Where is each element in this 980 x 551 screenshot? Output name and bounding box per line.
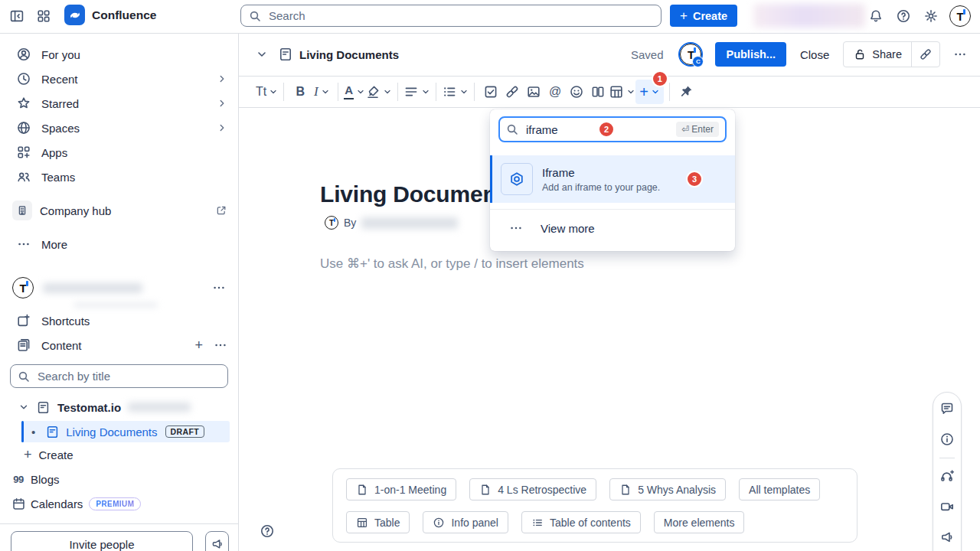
sidebar-item-apps[interactable]: Apps [0,140,238,165]
sidebar-item-company-hub[interactable]: Company hub [0,198,238,223]
emoji-button[interactable] [566,80,587,104]
text-styles-button[interactable]: Tt [256,80,278,104]
template-1on1-button[interactable]: 1-on-1 Meeting [346,478,456,500]
sidebar-item-shortcuts[interactable]: Shortcuts [0,308,238,333]
template-row: Table Info panel Table of contents More … [346,511,844,533]
copy-link-button[interactable] [912,42,939,67]
notifications-button[interactable] [867,7,885,25]
star-icon [15,96,32,111]
template-suggestions: 1-on-1 Meeting 4 Ls Retrospective 5 Whys… [332,468,858,543]
sidebar-item-calendars[interactable]: Calendars PREMIUM [0,491,238,516]
space-header[interactable]: T [0,276,238,300]
content-search-input[interactable] [36,369,220,383]
content-search[interactable] [10,364,228,388]
space-more-button[interactable] [212,281,226,295]
task-button[interactable] [480,80,501,104]
content-more-button[interactable] [214,338,227,352]
confluence-app: Confluence + Create T For you [0,0,980,551]
audio-button[interactable] [939,468,955,484]
divider [338,83,338,101]
global-search-input[interactable] [267,8,653,23]
close-button[interactable]: Close [800,48,829,61]
add-content-button[interactable]: + [194,338,203,352]
video-button[interactable] [939,499,955,514]
author-avatar[interactable]: T [325,216,338,230]
result-title: Iframe [542,166,660,179]
highlight-button[interactable] [365,80,392,104]
enter-key-hint: ⏎ Enter [676,122,719,137]
columns-icon [590,84,606,99]
create-button[interactable]: + Create [670,5,737,27]
comment-icon [939,401,955,416]
sidebar-item-label: Apps [41,146,67,159]
mention-button[interactable]: @ [544,80,566,104]
help-button[interactable] [894,7,913,25]
details-button[interactable] [939,432,955,447]
page-title[interactable]: Living Documents [320,181,517,207]
building-icon [12,201,32,220]
invite-people-button[interactable]: Invite people [11,531,193,551]
publish-button[interactable]: Publish... [715,42,786,67]
tree-item-testomat[interactable]: Testomat.io [0,395,238,419]
feedback-button[interactable] [939,530,955,545]
more-elements-button[interactable]: More elements [654,511,745,533]
italic-button[interactable]: I [311,80,332,104]
sidebar-item-recent[interactable]: Recent [0,67,238,91]
all-templates-button[interactable]: All templates [739,478,820,500]
comments-button[interactable] [939,401,955,416]
editor-placeholder[interactable]: Use ⌘+' to ask AI, or type / to insert e… [320,256,584,272]
insert-info-panel-button[interactable]: Info panel [423,511,508,533]
insert-element-button[interactable]: + 1 [635,80,664,104]
announce-button[interactable] [205,531,229,551]
divider [939,458,955,458]
list-button[interactable] [442,80,469,104]
redacted-space-subtitle [74,302,158,308]
settings-button[interactable] [922,7,940,25]
bold-button[interactable]: B [289,80,311,104]
editor-help-button[interactable] [260,523,275,539]
sidebar-item-more[interactable]: More [0,232,238,256]
text-color-button[interactable]: A [344,80,365,104]
element-search[interactable]: ⏎ Enter 2 [498,116,727,142]
sidebar-item-content[interactable]: Content + [0,333,238,357]
share-group: Share [843,41,940,67]
template-5whys-button[interactable]: 5 Whys Analysis [609,478,726,500]
view-more-item[interactable]: View more [490,211,735,245]
sidebar-create-page[interactable]: + Create [0,442,238,467]
insert-table-button[interactable]: Table [346,511,410,533]
list-icon [531,517,544,529]
plus-icon: + [639,84,648,99]
info-circle-icon [939,432,955,447]
link-button[interactable] [501,80,523,104]
divider [490,209,735,210]
sidebar-item-starred[interactable]: Starred [0,91,238,116]
profile-avatar[interactable]: T [949,5,971,27]
table-button[interactable] [609,80,635,104]
page-more-button[interactable] [951,47,969,61]
template-4ls-button[interactable]: 4 Ls Retrospective [469,478,596,500]
share-button[interactable]: Share [844,42,911,67]
image-button[interactable] [523,80,544,104]
sidebar-item-for-you[interactable]: For you [0,42,238,67]
collapse-sidebar-button[interactable] [8,7,26,25]
layout-button[interactable] [587,80,609,104]
premium-badge: PREMIUM [89,497,141,510]
insert-toc-button[interactable]: Table of contents [521,511,641,533]
breadcrumb[interactable]: Living Documents [299,48,399,61]
app-switcher-button[interactable] [34,7,53,25]
breadcrumb-chevron-button[interactable] [256,48,268,60]
sidebar-item-blogs[interactable]: 99 Blogs [0,467,238,491]
pin-toolbar-button[interactable] [675,80,697,104]
result-item-iframe[interactable]: Iframe Add an iframe to your page. 3 [490,155,735,203]
align-button[interactable] [403,80,430,104]
brand[interactable]: Confluence [64,5,156,25]
sidebar-item-spaces[interactable]: Spaces [0,116,238,140]
tree-item-living-documents[interactable]: • Living Documents DRAFT [21,421,230,442]
element-search-input[interactable] [524,122,670,137]
sidebar-item-teams[interactable]: Teams [0,165,238,189]
draft-badge: DRAFT [165,425,205,438]
iframe-widget-icon [501,163,533,195]
result-text: Iframe Add an iframe to your page. [542,166,660,193]
global-search[interactable] [240,5,662,27]
collaborator-avatar[interactable]: T C [680,44,701,65]
